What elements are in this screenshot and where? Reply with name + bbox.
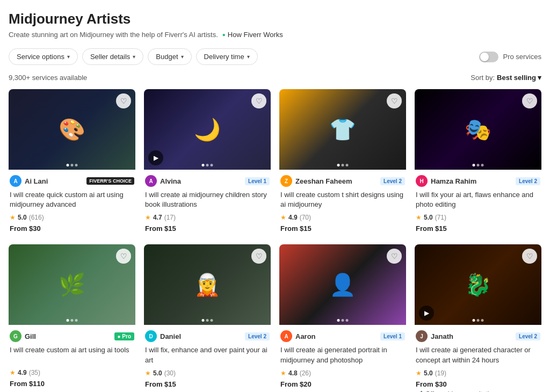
card-title: I will create custom ai art using ai too… xyxy=(10,345,134,365)
dot xyxy=(211,164,213,166)
rating-score: 5.0 xyxy=(153,369,162,377)
seller-row: A Alvina Level 1 xyxy=(145,175,270,187)
seller-row: J Janath Level 2 xyxy=(416,330,540,342)
service-card[interactable]: 🎭 ♡ H Hamza Rahim Level 2 I will fix you… xyxy=(415,89,541,236)
dot xyxy=(67,164,69,166)
dot xyxy=(337,164,340,166)
seller-info: A Alvina xyxy=(145,175,181,187)
seller-name: Daniel xyxy=(160,332,181,340)
card-title: I will create quick custom ai art using … xyxy=(10,190,134,209)
price: From $15 xyxy=(280,224,405,233)
dot xyxy=(202,319,205,322)
favorite-button[interactable]: ♡ xyxy=(116,93,131,108)
card-title: I will fix, enhance and over paint your … xyxy=(145,345,270,365)
seller-name: Hamza Rahim xyxy=(431,177,476,185)
favorite-button[interactable]: ♡ xyxy=(522,93,537,108)
page-subtitle: Create stunning art on Midjourney with t… xyxy=(9,31,541,39)
dot xyxy=(342,319,344,322)
filter-label: Service options xyxy=(17,53,64,61)
service-card[interactable]: 🧝 ♡ D Daniel Level 2 I will fix, enhance… xyxy=(144,244,271,392)
results-count: 9,300+ services available xyxy=(9,74,87,82)
dot xyxy=(481,319,484,322)
service-options-filter[interactable]: Service options ▾ xyxy=(9,48,78,65)
rating-score: 5.0 xyxy=(18,214,27,221)
seller-info: D Daniel xyxy=(145,330,181,342)
rating-count: (70) xyxy=(300,214,311,221)
chevron-down-icon: ▾ xyxy=(181,54,184,60)
price: From $30 xyxy=(416,380,540,388)
sort-value: Best selling xyxy=(497,74,536,82)
card-body: H Hamza Rahim Level 2 I will fix your ai… xyxy=(415,170,541,236)
service-card[interactable]: 👕 ♡ Z Zeeshan Faheem Level 2 I will crea… xyxy=(279,89,406,236)
star-icon: ★ xyxy=(416,369,422,377)
filter-label: Seller details xyxy=(90,53,130,61)
card-title: I will create custom t shirt designs usi… xyxy=(280,190,405,209)
seller-name: Gill xyxy=(25,332,36,340)
chevron-down-icon: ▾ xyxy=(247,54,250,60)
play-button[interactable]: ▶ xyxy=(148,150,163,165)
filter-label: Delivery time xyxy=(204,53,244,61)
level-badge: Level 1 xyxy=(245,177,270,185)
seller-row: G Gill ● Pro xyxy=(10,330,134,342)
page-title: Midjourney Artists xyxy=(9,11,541,27)
seller-name: Zeeshan Faheem xyxy=(295,177,352,185)
service-grid: 🎨 ♡ A Ai Lani FIVERR'S CHOICE I will cre… xyxy=(9,89,541,392)
favorite-button[interactable]: ♡ xyxy=(251,93,266,108)
delivery-time-filter[interactable]: Delivery time ▾ xyxy=(196,48,258,65)
image-dots xyxy=(67,319,78,322)
dot xyxy=(481,164,484,166)
seller-name: Ai Lani xyxy=(25,177,48,185)
rating-count: (26) xyxy=(300,369,311,377)
pro-services-toggle[interactable] xyxy=(479,52,498,62)
dot xyxy=(71,319,74,322)
dot xyxy=(75,164,78,166)
dot xyxy=(206,164,209,166)
card-body: Z Zeeshan Faheem Level 2 I will create c… xyxy=(279,170,406,236)
sort-dropdown[interactable]: Best selling ▾ xyxy=(497,74,541,82)
dot xyxy=(477,319,480,322)
seller-row: H Hamza Rahim Level 2 xyxy=(416,175,540,187)
dot xyxy=(211,319,213,322)
star-icon: ★ xyxy=(10,369,16,376)
price: From $15 xyxy=(145,380,270,388)
price: From $15 xyxy=(145,224,270,233)
card-body: A Alvina Level 1 I will create ai midjou… xyxy=(144,170,271,236)
dot xyxy=(337,319,340,322)
level-badge: Level 2 xyxy=(380,177,405,185)
price: From $110 xyxy=(10,380,134,388)
rating-row: ★ 4.9 (35) xyxy=(10,369,134,376)
service-card[interactable]: 🐉 ♡ ▶ J Janath Level 2 I will create ai … xyxy=(415,244,541,392)
seller-info: Z Zeeshan Faheem xyxy=(280,175,352,187)
seller-name: Alvina xyxy=(160,177,181,185)
subtitle-text: Create stunning art on Midjourney with t… xyxy=(9,31,218,39)
avatar: H xyxy=(416,175,428,187)
star-icon: ★ xyxy=(10,214,16,221)
level-badge: Level 2 xyxy=(245,332,270,340)
service-card[interactable]: 🌿 ♡ G Gill ● Pro I will create custom ai… xyxy=(9,244,135,392)
service-card[interactable]: 👤 ♡ A Aaron Level 1 I will create ai gen… xyxy=(279,244,406,392)
dot xyxy=(202,164,205,166)
service-card[interactable]: 🌙 ♡ ▶ A Alvina Level 1 I will create ai … xyxy=(144,89,271,236)
favorite-button[interactable]: ♡ xyxy=(387,93,402,108)
card-image: 🌿 ♡ xyxy=(9,244,135,325)
star-icon: ★ xyxy=(280,369,286,377)
budget-filter[interactable]: Budget ▾ xyxy=(148,48,191,65)
service-card[interactable]: 🎨 ♡ A Ai Lani FIVERR'S CHOICE I will cre… xyxy=(9,89,135,236)
how-fiverr-works-link[interactable]: How Fiverr Works xyxy=(222,31,283,39)
filter-bar: Service options ▾ Seller details ▾ Budge… xyxy=(9,48,541,65)
rating-score: 5.0 xyxy=(424,214,433,221)
fiverrs-choice-badge: FIVERR'S CHOICE xyxy=(86,177,134,185)
seller-row: D Daniel Level 2 xyxy=(145,330,270,342)
rating-count: (19) xyxy=(435,369,446,377)
image-dots xyxy=(337,164,349,166)
rating-count: (30) xyxy=(164,369,176,377)
pro-services-toggle-container: Pro services xyxy=(479,52,541,62)
image-dots xyxy=(67,164,78,166)
page-container: Midjourney Artists Create stunning art o… xyxy=(0,0,550,392)
seller-details-filter[interactable]: Seller details ▾ xyxy=(82,48,143,65)
seller-name: Janath xyxy=(431,332,453,340)
price: From $30 xyxy=(10,224,134,233)
avatar: A xyxy=(145,175,157,187)
avatar: J xyxy=(416,330,428,342)
card-body: J Janath Level 2 I will create ai genera… xyxy=(415,325,541,392)
